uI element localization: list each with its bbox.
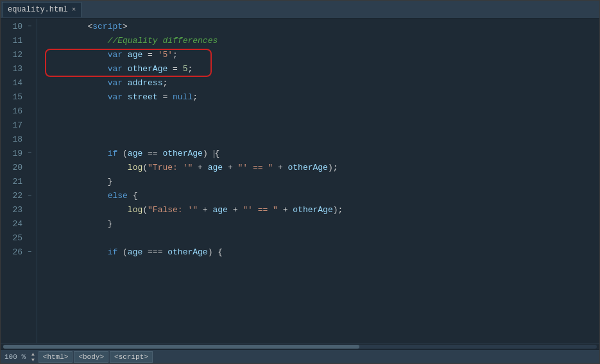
token-plain: ; <box>193 90 198 104</box>
token-plain: < <box>87 20 92 34</box>
code-line: var street = null; <box>47 90 599 104</box>
line-num: 21 <box>7 175 22 189</box>
token-plain: + <box>228 203 243 217</box>
status-bar: 100 % ▲ ▼ <html><body><script> <box>1 349 599 363</box>
token-plain: > <box>123 20 128 34</box>
breadcrumb-item[interactable]: <body> <box>74 351 108 363</box>
code-line: log("True: '" + age + "' == " + otherAge… <box>47 161 599 175</box>
file-tab[interactable]: equality.html × <box>2 2 81 17</box>
code-line <box>47 133 599 147</box>
code-line: <script> <box>47 20 599 34</box>
token-var-name: otherAge <box>128 62 167 76</box>
token-kw: if <box>108 147 118 161</box>
token-plain: ( <box>117 245 128 260</box>
zoom-label: 100 % <box>4 353 30 361</box>
token-plain <box>47 90 108 104</box>
token-var-name: address <box>128 76 163 90</box>
line-number-row: 13 <box>7 62 31 76</box>
zoom-up-arrow[interactable]: ▲ <box>31 351 35 357</box>
line-number-row: 14 <box>7 76 31 90</box>
token-plain: ; <box>162 76 167 90</box>
token-plain: ( <box>142 203 148 217</box>
token-kw: var <box>108 90 123 104</box>
highlight-wrapper: var age = '5'; var otherAge = 5; <box>47 48 599 76</box>
line-number-row: 18 <box>7 133 31 147</box>
breadcrumb-item[interactable]: <html> <box>39 351 73 363</box>
token-str: "True: '" <box>148 161 193 175</box>
token-plain: ; <box>187 62 193 76</box>
token-plain: ; <box>173 48 178 62</box>
line-num: 22 <box>7 189 22 203</box>
fold-icon[interactable]: − <box>25 147 31 161</box>
tab-bar: equality.html × <box>1 1 599 19</box>
line-number-row: 12 <box>7 48 31 62</box>
code-content: 10−111213141516171819−202122−23242526− <… <box>1 19 599 343</box>
token-plain: + <box>223 161 237 175</box>
token-var-name: age <box>128 245 142 260</box>
line-num: 13 <box>7 62 22 76</box>
line-number-row: 19− <box>7 147 31 161</box>
line-num: 15 <box>7 90 22 104</box>
token-plain <box>123 48 128 62</box>
code-line: var otherAge = 5; <box>47 62 599 76</box>
zoom-down-arrow[interactable]: ▼ <box>31 357 35 363</box>
token-comment: //Equality differences <box>47 34 218 48</box>
h-scrollbar-thumb[interactable] <box>3 345 359 349</box>
breadcrumb-item[interactable]: <script> <box>110 351 153 363</box>
line-number-row: 11 <box>7 34 31 48</box>
line-number-row: 25 <box>7 231 31 245</box>
token-plain: + <box>198 203 212 217</box>
token-plain <box>47 48 108 62</box>
code-line <box>47 119 599 133</box>
token-kw: if <box>108 245 118 260</box>
line-number-row: 22− <box>7 189 31 203</box>
line-number-row: 16 <box>7 104 31 119</box>
code-line: } <box>47 217 599 231</box>
token-plain: = <box>158 90 173 104</box>
token-plain: = <box>142 48 157 62</box>
token-plain: + <box>273 161 287 175</box>
token-plain: ( <box>142 161 148 175</box>
line-num: 11 <box>7 34 22 48</box>
line-num: 17 <box>7 119 22 133</box>
scrollbar-area[interactable] <box>1 343 599 349</box>
token-var-name: otherAge <box>293 203 332 217</box>
token-plain <box>47 147 108 161</box>
fold-icon[interactable]: − <box>25 245 31 260</box>
code-line: var address; <box>47 76 599 90</box>
token-plain <box>123 76 128 90</box>
fold-icon[interactable]: − <box>25 189 31 203</box>
line-num: 26 <box>7 245 22 260</box>
token-num: 5 <box>183 62 188 76</box>
code-area: 10−111213141516171819−202122−23242526− <… <box>1 19 599 349</box>
editor-window: equality.html × 10−111213141516171819−20… <box>0 0 600 364</box>
token-var-name: age <box>212 203 227 217</box>
h-scrollbar[interactable] <box>3 345 597 349</box>
token-var-name: street <box>128 90 158 104</box>
token-plain <box>123 62 128 76</box>
line-number-row: 10− <box>7 20 31 34</box>
token-plain: ); <box>328 161 338 175</box>
line-number-row: 17 <box>7 119 31 133</box>
token-null-kw: null <box>173 90 193 104</box>
line-number-row: 15 <box>7 90 31 104</box>
code-line: } <box>47 175 599 189</box>
line-num: 12 <box>7 48 22 62</box>
zoom-arrows[interactable]: ▲ ▼ <box>31 351 35 363</box>
breadcrumb-bar: <html><body><script> <box>39 351 153 363</box>
token-str: "' == " <box>243 203 278 217</box>
code-line: var age = '5'; <box>47 48 599 62</box>
line-num: 16 <box>7 104 22 119</box>
token-var-name: age <box>128 48 142 62</box>
line-number-row: 21 <box>7 175 31 189</box>
line-num: 10 <box>7 20 22 34</box>
tab-close-button[interactable]: × <box>72 6 76 13</box>
line-number-row: 26− <box>7 245 31 260</box>
token-plain <box>123 90 128 104</box>
token-plain: } <box>47 217 112 231</box>
token-plain: } <box>47 175 112 189</box>
fold-icon[interactable]: − <box>25 20 31 34</box>
code-lines[interactable]: <script> //Equality differences var age … <box>37 19 599 343</box>
line-num: 20 <box>7 161 22 175</box>
code-line <box>47 104 599 119</box>
